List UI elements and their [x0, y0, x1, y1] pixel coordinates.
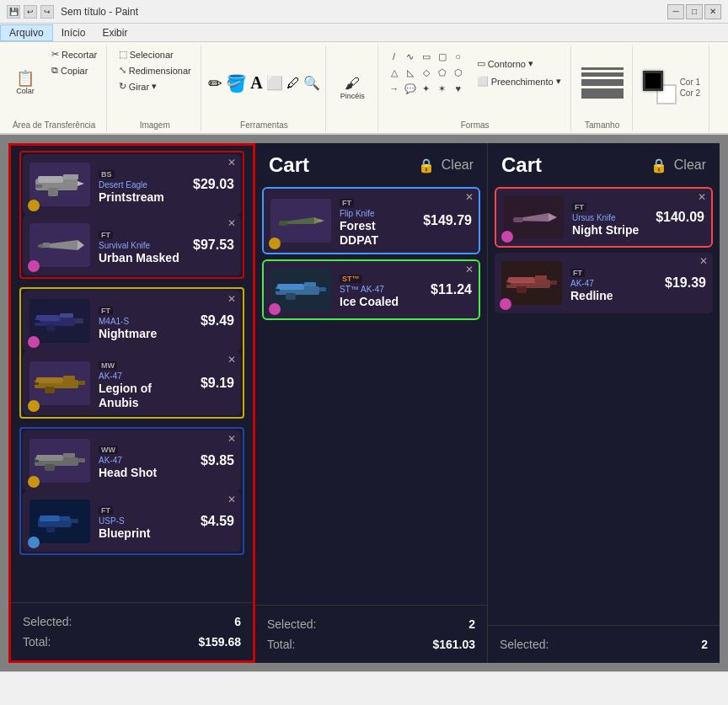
pencil-icon: ✏ [208, 73, 222, 93]
inventory-group-red: ✕ [19, 151, 244, 279]
item-badge [28, 336, 40, 348]
star4-shape[interactable]: ✦ [419, 81, 434, 96]
size-2[interactable] [581, 72, 624, 77]
minimize-btn[interactable]: ─ [667, 4, 684, 19]
inventory-items[interactable]: ✕ [11, 146, 253, 602]
magnify-btn[interactable]: 🔍 [303, 75, 320, 91]
list-item[interactable]: ✕ ST™ ST™ AK-47 [262, 259, 480, 320]
item-condition: WW [99, 446, 118, 454]
item-price: $149.79 [423, 213, 472, 228]
right-triangle-shape[interactable]: ◺ [403, 65, 418, 80]
maximize-btn[interactable]: □ [686, 4, 703, 19]
svg-rect-33 [319, 287, 326, 291]
paste-icon: 📋 [16, 71, 35, 86]
redo-icon[interactable]: ↪ [40, 5, 54, 19]
preenchimento-btn[interactable]: ⬜ Preenchimento ▾ [473, 74, 565, 88]
callout-shape[interactable]: 💬 [403, 81, 418, 96]
svg-rect-17 [35, 382, 39, 385]
fill-btn[interactable]: 🪣 [226, 73, 247, 93]
cart-left-lock-btn[interactable]: 🔒 [418, 158, 435, 174]
line-shape[interactable]: / [387, 49, 402, 64]
select-btn[interactable]: ⬚ Selecionar [115, 47, 178, 61]
close-icon[interactable]: ✕ [465, 192, 474, 202]
list-item[interactable]: ✕ [23, 430, 241, 491]
cart-right-items[interactable]: ✕ FT Ursus Knife Night Stripe $140.09 [488, 184, 720, 625]
resize-btn[interactable]: ⤡ Redimensionar [115, 63, 195, 77]
list-item[interactable]: ✕ [23, 291, 241, 351]
close-icon[interactable]: ✕ [699, 256, 708, 266]
close-icon[interactable]: ✕ [698, 192, 706, 202]
close-btn[interactable]: ✕ [704, 4, 721, 19]
cart-right-lock-btn[interactable]: 🔒 [650, 158, 667, 174]
item-name: Forest DDPAT [340, 219, 416, 248]
list-item[interactable]: ✕ [23, 154, 241, 215]
copy-btn[interactable]: ⧉ Copiar [47, 63, 101, 77]
round-rect-shape[interactable]: ▢ [435, 49, 450, 64]
pencil-btn[interactable]: ✏ [208, 73, 222, 93]
item-type: USP-S [99, 516, 194, 526]
svg-rect-35 [276, 289, 280, 291]
close-icon[interactable]: ✕ [228, 158, 236, 168]
menu-inicio[interactable]: Início [53, 25, 94, 40]
list-item[interactable]: ✕ FT Survival [23, 215, 241, 275]
item-image [29, 223, 90, 267]
pentagon-shape[interactable]: ⬠ [435, 65, 450, 80]
eraser-icon: ⬜ [266, 75, 283, 91]
item-condition: FT [99, 307, 113, 315]
hexagon-shape[interactable]: ⬡ [451, 65, 466, 80]
close-icon[interactable]: ✕ [228, 294, 236, 304]
cart-left-items[interactable]: ✕ FT Flip Knife Forest DDPAT [255, 184, 487, 605]
close-icon[interactable]: ✕ [228, 494, 236, 505]
arrow-shape[interactable]: → [387, 81, 402, 96]
size-3[interactable] [581, 79, 624, 86]
list-item[interactable]: ✕ FT AK-47 [495, 253, 713, 313]
cart-left-clear-btn[interactable]: Clear [442, 158, 474, 173]
menu-arquivo[interactable]: Arquivo [0, 24, 53, 41]
heart-shape[interactable]: ♥ [451, 81, 466, 96]
svg-rect-9 [75, 318, 83, 323]
save-icon[interactable]: 💾 [7, 5, 20, 19]
text-btn[interactable]: A [250, 73, 262, 93]
size-4[interactable] [581, 88, 624, 99]
item-info: FT Survival Knife Urban Masked [99, 226, 186, 265]
ellipse-shape[interactable]: ○ [451, 49, 466, 64]
list-item[interactable]: ✕ [23, 351, 241, 415]
contorno-btn[interactable]: ▭ Contorno ▾ [473, 56, 565, 71]
menu-exibir[interactable]: Exibir [94, 25, 136, 40]
item-type: M4A1-S [99, 317, 194, 326]
selected-label: Selected: [23, 615, 72, 628]
cor1-swatch[interactable] [643, 71, 663, 91]
rotate-btn[interactable]: ↻ Girar ▾ [115, 79, 161, 93]
item-image [270, 199, 331, 243]
cart-right-clear-btn[interactable]: Clear [674, 158, 706, 173]
list-item[interactable]: ✕ FT Ursus Knife Night Stripe $140.09 [495, 187, 713, 248]
triangle-shape[interactable]: △ [387, 65, 402, 80]
svg-rect-27 [72, 519, 78, 523]
item-image [29, 361, 90, 405]
inventory-group-yellow: ✕ [19, 287, 244, 419]
close-icon[interactable]: ✕ [228, 434, 236, 444]
ak47-icecoaled-svg [272, 271, 329, 308]
rect-shape[interactable]: ▭ [419, 49, 434, 64]
star6-shape[interactable]: ✶ [435, 81, 450, 96]
cart-panel-left: Cart 🔒 Clear ✕ [255, 143, 487, 663]
cut-btn[interactable]: ✂ Recortar [47, 47, 101, 61]
size-1[interactable] [581, 67, 624, 70]
svg-rect-29 [279, 221, 287, 226]
undo-icon[interactable]: ↩ [24, 5, 37, 19]
eraser-btn[interactable]: ⬜ [266, 75, 283, 91]
item-type: AK-47 [99, 371, 194, 381]
list-item[interactable]: ✕ FT Flip Knife Forest DDPAT [262, 187, 480, 254]
cor1-label: Cor 1 [680, 77, 700, 87]
list-item[interactable]: ✕ FT [23, 491, 241, 552]
paste-btn[interactable]: 📋 Colar [7, 47, 44, 119]
diamond-shape[interactable]: ◇ [419, 65, 434, 80]
curve-shape[interactable]: ∿ [403, 49, 418, 64]
close-icon[interactable]: ✕ [465, 264, 474, 275]
eyedropper-btn[interactable]: 🖊 [286, 76, 300, 91]
svg-rect-8 [60, 313, 73, 318]
close-icon[interactable]: ✕ [228, 355, 236, 365]
close-icon[interactable]: ✕ [228, 218, 236, 228]
item-type: Survival Knife [99, 241, 186, 250]
brushes-btn[interactable]: 🖌 Pincéis [336, 73, 369, 103]
